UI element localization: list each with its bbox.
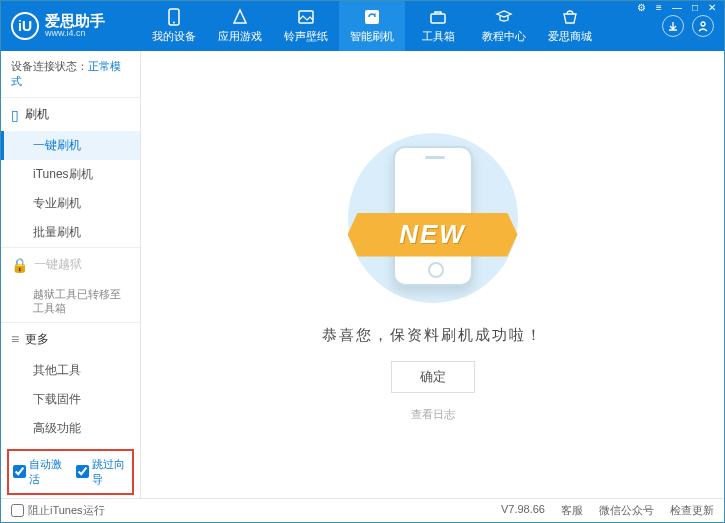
check-update-link[interactable]: 检查更新 [670,503,714,518]
new-ribbon: NEW [348,213,518,257]
more-icon: ≡ [11,331,19,347]
nav-apps[interactable]: 应用游戏 [207,1,273,51]
titlebar: iU 爱思助手 www.i4.cn 我的设备 应用游戏 铃声壁纸 智能刷机 工具… [1,1,724,51]
sidebar-item-advanced[interactable]: 高级功能 [1,414,140,443]
phone-icon [165,8,183,26]
checkbox-block-itunes[interactable]: 阻止iTunes运行 [11,503,105,518]
svg-point-5 [701,22,705,26]
maximize-icon[interactable]: □ [689,2,701,13]
top-nav: 我的设备 应用游戏 铃声壁纸 智能刷机 工具箱 教程中心 爱思商城 [141,1,662,51]
svg-rect-3 [365,10,379,24]
logo-icon: iU [11,12,39,40]
ok-button[interactable]: 确定 [391,361,475,393]
connection-status: 设备连接状态：正常模式 [1,51,140,97]
svg-rect-2 [299,11,313,23]
nav-smart-flash[interactable]: 智能刷机 [339,1,405,51]
sidebar-group-jailbreak: 🔒一键越狱 [1,248,140,281]
wallpaper-icon [297,8,315,26]
sidebar-item-pro-flash[interactable]: 专业刷机 [1,189,140,218]
nav-my-device[interactable]: 我的设备 [141,1,207,51]
svg-rect-4 [431,14,445,23]
nav-ringtones[interactable]: 铃声壁纸 [273,1,339,51]
version-label: V7.98.66 [501,503,545,518]
logo: iU 爱思助手 www.i4.cn [1,12,141,40]
content-area: NEW 恭喜您，保资料刷机成功啦！ 确定 查看日志 [141,51,724,498]
sidebar: 设备连接状态：正常模式 ▯刷机 一键刷机 iTunes刷机 专业刷机 批量刷机 … [1,51,141,498]
success-illustration: NEW [343,128,523,308]
svg-point-1 [173,22,175,24]
success-message: 恭喜您，保资料刷机成功啦！ [322,326,543,345]
wechat-link[interactable]: 微信公众号 [599,503,654,518]
footer: 阻止iTunes运行 V7.98.66 客服 微信公众号 检查更新 [1,498,724,522]
sidebar-group-flash[interactable]: ▯刷机 [1,98,140,131]
app-title: 爱思助手 [45,13,105,30]
close-icon[interactable]: ✕ [705,2,719,13]
view-log-link[interactable]: 查看日志 [411,407,455,422]
checkbox-skip-guide[interactable]: 跳过向导 [76,457,129,487]
menu-icon[interactable]: ≡ [653,2,665,13]
download-button[interactable] [662,15,684,37]
window-controls: ⚙ ≡ — □ ✕ [634,2,719,13]
phone-icon: ▯ [11,107,19,123]
flash-icon [363,8,381,26]
options-highlight: 自动激活 跳过向导 [7,449,134,495]
app-url: www.i4.cn [45,29,105,39]
sidebar-jailbreak-note: 越狱工具已转移至工具箱 [1,281,140,322]
checkbox-auto-activate[interactable]: 自动激活 [13,457,66,487]
sidebar-item-oneclick-flash[interactable]: 一键刷机 [1,131,140,160]
toolbox-icon [429,8,447,26]
sidebar-item-download-firmware[interactable]: 下载固件 [1,385,140,414]
sidebar-item-batch-flash[interactable]: 批量刷机 [1,218,140,247]
nav-store[interactable]: 爱思商城 [537,1,603,51]
apps-icon [231,8,249,26]
sidebar-item-itunes-flash[interactable]: iTunes刷机 [1,160,140,189]
lock-icon: 🔒 [11,257,28,273]
nav-tutorials[interactable]: 教程中心 [471,1,537,51]
support-link[interactable]: 客服 [561,503,583,518]
tutorial-icon [495,8,513,26]
minimize-icon[interactable]: — [669,2,685,13]
user-button[interactable] [692,15,714,37]
store-icon [561,8,579,26]
nav-toolbox[interactable]: 工具箱 [405,1,471,51]
sidebar-group-more[interactable]: ≡更多 [1,323,140,356]
sidebar-item-other-tools[interactable]: 其他工具 [1,356,140,385]
settings-icon[interactable]: ⚙ [634,2,649,13]
